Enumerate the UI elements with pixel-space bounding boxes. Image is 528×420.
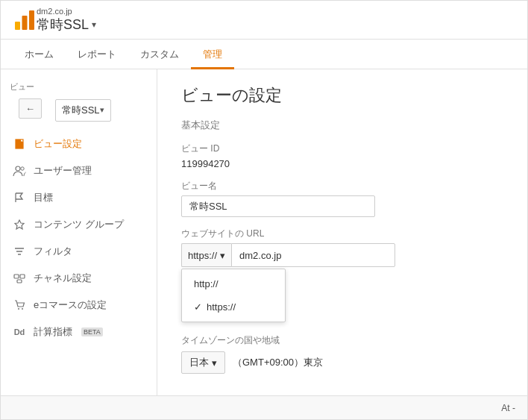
section-title: 基本設定: [181, 119, 503, 132]
site-title-text: 常時SSL: [37, 16, 89, 34]
back-button[interactable]: ←: [19, 98, 42, 119]
app-wrapper: dm2.co.jp 常時SSL ▾ ホーム レポート カスタム 管理 ビュー ←…: [0, 0, 528, 420]
star-icon: [13, 218, 26, 231]
url-input[interactable]: [231, 243, 395, 267]
sidebar-item-ecommerce-label: eコマースの設定: [34, 298, 107, 312]
beta-badge: BETA: [81, 327, 103, 336]
view-selector-text: 常時SSL: [62, 104, 100, 117]
cart-icon: [13, 298, 26, 312]
timezone-btn-text: 日本: [189, 356, 209, 369]
view-label: ビュー: [10, 81, 148, 93]
url-scheme-text: https://: [188, 250, 217, 261]
main-content: ビュー ← 常時SSL ▾: [1, 69, 527, 395]
checkmark-icon: ✓: [194, 301, 202, 313]
flag-icon: [13, 191, 26, 204]
svg-point-4: [16, 166, 20, 171]
sidebar-item-calculated-metrics-label: 計算指標: [34, 325, 72, 339]
header-info: dm2.co.jp 常時SSL ▾: [37, 7, 96, 34]
sidebar-nav: ビュー設定 ユーザー管理: [1, 131, 157, 345]
document-icon: [13, 137, 26, 151]
site-title[interactable]: 常時SSL ▾: [37, 16, 96, 34]
view-id-value: 119994270: [181, 158, 503, 169]
dropdown-item-http[interactable]: http://: [182, 272, 285, 295]
dropdown-item-https[interactable]: ✓ https://: [182, 295, 285, 319]
sidebar-item-ecommerce[interactable]: eコマースの設定: [1, 292, 157, 319]
svg-rect-1: [22, 16, 28, 30]
svg-rect-7: [14, 275, 19, 278]
tab-home[interactable]: ホーム: [13, 42, 66, 69]
sidebar-item-filter-label: フィルタ: [34, 245, 72, 258]
right-panel: ビューの設定 基本設定 ビュー ID 119994270 ビュー名 ウェブサイト…: [157, 69, 527, 395]
sidebar-item-view-settings-label: ビュー設定: [34, 137, 82, 151]
svg-rect-2: [29, 10, 34, 30]
svg-point-5: [21, 167, 24, 170]
bottom-bar: At -: [1, 395, 527, 419]
sidebar: ビュー ← 常時SSL ▾: [1, 69, 157, 395]
view-selector[interactable]: 常時SSL ▾: [55, 99, 111, 122]
url-row: https:// ▾ http:// ✓ https://: [181, 243, 503, 267]
svg-point-10: [18, 308, 19, 310]
filter-icon: [13, 245, 26, 258]
dropdown-item-https-label: https://: [207, 301, 236, 313]
sidebar-item-goals[interactable]: 目標: [1, 184, 157, 211]
sidebar-item-channel[interactable]: チャネル設定: [1, 265, 157, 292]
svg-marker-6: [15, 220, 24, 229]
timezone-row: 日本 ▾ （GMT+09:00）東京: [181, 351, 503, 374]
sidebar-item-channel-label: チャネル設定: [34, 272, 92, 285]
view-id-label: ビュー ID: [181, 142, 503, 155]
header: dm2.co.jp 常時SSL ▾: [1, 1, 527, 40]
sidebar-item-user-management-label: ユーザー管理: [34, 164, 92, 178]
dd-icon: Dd: [13, 325, 26, 339]
view-name-input[interactable]: [181, 195, 375, 217]
sidebar-item-user-management[interactable]: ユーザー管理: [1, 157, 157, 184]
timezone-value: （GMT+09:00）東京: [233, 356, 323, 369]
svg-rect-8: [20, 275, 25, 278]
users-icon: [13, 164, 26, 178]
url-scheme-dropdown: http:// ✓ https://: [181, 269, 286, 322]
tab-admin[interactable]: 管理: [191, 42, 234, 69]
timezone-button[interactable]: 日本 ▾: [181, 351, 225, 374]
domain-name: dm2.co.jp: [37, 7, 96, 16]
channel-icon: [13, 272, 26, 285]
view-name-label: ビュー名: [181, 180, 503, 192]
view-section: ビュー ← 常時SSL ▾: [1, 75, 157, 131]
sidebar-item-view-settings[interactable]: ビュー設定: [1, 131, 157, 157]
sidebar-item-filter[interactable]: フィルタ: [1, 238, 157, 265]
svg-rect-0: [15, 22, 20, 30]
dropdown-item-http-label: http://: [194, 278, 219, 289]
ga-logo-icon: [13, 8, 37, 32]
timezone-label: タイムゾーンの国や地域: [181, 334, 503, 347]
url-scheme-button[interactable]: https:// ▾: [181, 243, 231, 267]
nav-tabs: ホーム レポート カスタム 管理: [1, 40, 527, 69]
svg-rect-9: [17, 280, 22, 283]
url-scheme-arrow-icon: ▾: [220, 250, 225, 261]
header-dropdown-arrow: ▾: [92, 19, 96, 30]
tab-custom[interactable]: カスタム: [128, 42, 191, 69]
sidebar-item-calculated-metrics[interactable]: Dd 計算指標 BETA: [1, 319, 157, 345]
url-label: ウェブサイトの URL: [181, 228, 503, 240]
sidebar-item-content-groups[interactable]: コンテンツ グループ: [1, 211, 157, 238]
view-selector-arrow-icon: ▾: [100, 105, 104, 115]
svg-point-11: [22, 308, 23, 310]
sidebar-item-goals-label: 目標: [34, 191, 53, 204]
sidebar-item-content-groups-label: コンテンツ グループ: [34, 218, 124, 231]
timezone-arrow-icon: ▾: [212, 357, 217, 369]
tab-report[interactable]: レポート: [66, 42, 128, 69]
panel-title: ビューの設定: [181, 84, 503, 107]
footer-text: At -: [501, 403, 515, 413]
